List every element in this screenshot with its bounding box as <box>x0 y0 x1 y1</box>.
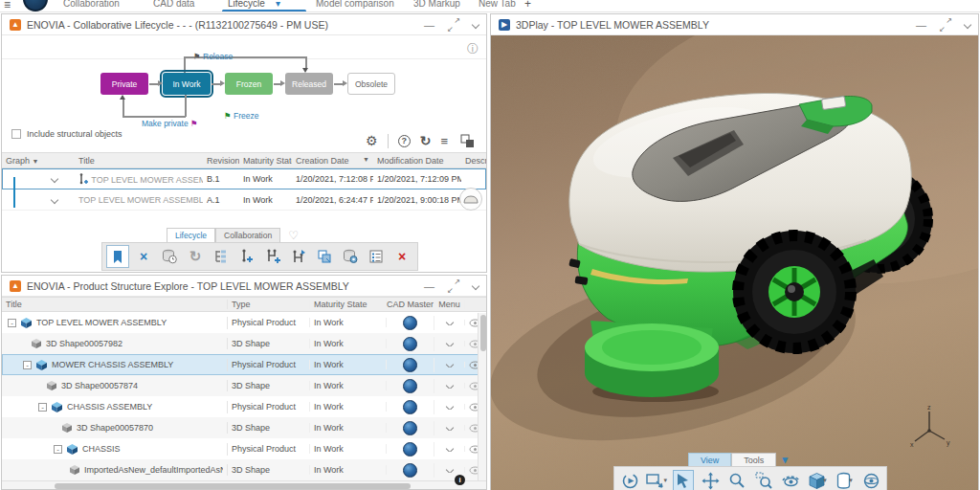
duplicate-icon[interactable] <box>313 245 336 268</box>
column-created[interactable]: Creation Date▼ <box>292 156 373 166</box>
expand-icon[interactable]: ↗↙ <box>940 19 951 31</box>
cad-master-globe-icon[interactable] <box>403 400 417 414</box>
row-expand-chevron-icon[interactable] <box>51 195 58 203</box>
structure-row[interactable]: - TOP LEVEL MOWER ASSEMBLY Physical Prod… <box>2 312 486 333</box>
copy-objects-icon[interactable] <box>457 131 477 150</box>
include-structural-checkbox[interactable] <box>11 129 21 139</box>
settings-gear-icon[interactable]: ⚙ <box>366 133 378 148</box>
viewer-tab-tools[interactable]: Tools <box>731 453 776 467</box>
collapse-expander[interactable]: - <box>38 403 47 412</box>
action-tab-lifecycle[interactable]: Lifecycle <box>167 228 215 242</box>
part-thumbnail[interactable] <box>459 188 482 211</box>
cad-master-globe-icon[interactable] <box>403 337 417 351</box>
checklist-icon[interactable] <box>365 245 388 268</box>
favorite-heart-icon[interactable]: ♡ <box>288 229 299 242</box>
zoom-area-icon[interactable] <box>753 470 774 490</box>
collapse-chevron-icon[interactable] <box>964 20 971 28</box>
tab-collaboration[interactable]: Collaboration <box>63 0 120 11</box>
app-logo[interactable] <box>23 0 48 11</box>
cad-master-globe-icon[interactable] <box>403 379 417 393</box>
collapse-expander[interactable]: - <box>8 319 16 327</box>
row-menu-chevron-icon[interactable] <box>445 320 453 325</box>
structure-row-selected[interactable]: - MOWER CHASSIS ASSEMBLY Physical Produc… <box>2 354 486 375</box>
cad-master-globe-icon[interactable] <box>403 316 417 330</box>
viewer-tab-view[interactable]: View <box>688 453 731 467</box>
make-private-transition-label[interactable]: Make private ⚑ <box>142 119 198 128</box>
minimize-icon[interactable]: — <box>916 20 926 30</box>
new-branch-icon[interactable] <box>261 245 284 268</box>
visibility-globe-icon[interactable] <box>860 470 881 490</box>
fly-mode-icon[interactable] <box>673 470 694 490</box>
delete-icon[interactable]: × <box>390 245 413 268</box>
freeze-transition-label[interactable]: ⚑ Freeze <box>224 111 258 121</box>
revision-row[interactable]: TOP LEVEL MOWER ASSEMBLY B.1 In Work 1/2… <box>2 168 486 189</box>
scrollbar-thumb[interactable] <box>55 483 411 489</box>
cad-master-globe-icon[interactable] <box>403 442 417 457</box>
vertical-scrollbar[interactable] <box>478 313 486 489</box>
column-type[interactable]: Type <box>228 300 310 309</box>
row-menu-chevron-icon[interactable] <box>445 362 453 368</box>
new-revision-icon[interactable] <box>235 245 258 268</box>
column-title[interactable]: Title <box>75 156 203 166</box>
revision-row[interactable]: TOP LEVEL MOWER ASSEMBLY A.1 In Work 1/2… <box>2 189 486 211</box>
minimize-icon[interactable]: — <box>424 281 434 291</box>
capture-icon[interactable]: ▾ <box>646 470 667 490</box>
row-menu-chevron-icon[interactable] <box>445 425 453 431</box>
state-in-work[interactable]: In Work <box>163 73 211 95</box>
collapse-chevron-icon[interactable] <box>472 281 479 289</box>
structure-row[interactable]: ImportedAsNew_defaultImportedAsNew_3D Sh… <box>2 459 486 480</box>
perspective-cylinder-icon[interactable]: ▾ <box>834 470 855 490</box>
hamburger-menu-icon[interactable]: ≡ <box>4 0 11 11</box>
structure-row[interactable]: - CHASSIS Physical Product In Work <box>2 438 486 459</box>
column-cad-master[interactable]: CAD Master <box>387 300 434 309</box>
tab-3d-markup[interactable]: 3D Markup <box>413 0 460 11</box>
expand-icon[interactable]: ↗↙ <box>448 280 459 292</box>
tab-model-comparison[interactable]: Model comparison <box>316 0 394 11</box>
column-revision[interactable]: Revision <box>203 156 239 166</box>
column-graph[interactable]: Graph ▼ <box>2 156 48 166</box>
tab-new-tab[interactable]: New Tab <box>479 0 516 11</box>
bookmark-icon[interactable] <box>106 245 129 268</box>
state-private[interactable]: Private <box>100 73 148 95</box>
state-released[interactable]: Released <box>285 73 333 95</box>
cad-master-globe-icon[interactable] <box>403 463 417 478</box>
list-options-icon[interactable]: ≡ <box>440 134 448 148</box>
tab-cad-data[interactable]: CAD data <box>153 0 194 11</box>
state-obsolete[interactable]: Obsolete <box>347 73 395 95</box>
row-menu-chevron-icon[interactable] <box>445 467 453 473</box>
3d-viewport[interactable]: z x y View Tools ▾ ▾ ▾ ▾ <box>491 35 978 490</box>
row-expand-chevron-icon[interactable] <box>51 174 58 182</box>
release-transition-label[interactable]: ⚑ Release <box>193 52 233 61</box>
database-settings-icon[interactable] <box>339 245 362 268</box>
toolbar-collapse-chevron-icon[interactable]: ▾ <box>782 454 788 466</box>
row-menu-chevron-icon[interactable] <box>445 404 453 410</box>
collapse-expander[interactable]: - <box>54 445 62 454</box>
cad-master-globe-icon[interactable] <box>403 358 417 372</box>
collapse-expander[interactable]: - <box>23 361 32 369</box>
pan-icon[interactable] <box>700 470 721 490</box>
structure-row[interactable]: 3D Shape00057870 3D Shape In Work <box>2 417 486 438</box>
state-frozen[interactable]: Frozen <box>225 73 273 95</box>
row-menu-chevron-icon[interactable] <box>445 341 453 346</box>
iso-view-cube-icon[interactable]: ▾ <box>807 470 828 490</box>
column-title[interactable]: Title <box>2 300 228 309</box>
row-menu-chevron-icon[interactable] <box>445 446 453 452</box>
notification-info-icon[interactable]: i <box>455 475 465 485</box>
zoom-icon[interactable] <box>726 470 747 490</box>
action-tab-collaboration[interactable]: Collaboration <box>215 228 280 242</box>
column-description[interactable]: Description <box>461 156 486 166</box>
structure-row[interactable]: 3D Shape00057982 3D Shape In Work <box>2 333 486 354</box>
close-task-icon[interactable]: × <box>132 245 155 268</box>
help-icon[interactable]: ? <box>398 135 411 147</box>
database-history-icon[interactable] <box>158 245 181 268</box>
scrollbar-thumb[interactable] <box>480 315 486 351</box>
sync-icon[interactable]: ↻ <box>184 245 207 268</box>
refresh-icon[interactable]: ↻ <box>420 133 432 148</box>
column-maturity[interactable]: Maturity State <box>239 156 292 166</box>
row-menu-chevron-icon[interactable] <box>445 383 453 389</box>
horizontal-scrollbar[interactable] <box>2 480 486 489</box>
structure-row[interactable]: 3D Shape00057874 3D Shape In Work <box>2 375 486 396</box>
column-modified[interactable]: Modification Date <box>373 156 461 166</box>
add-tab-button[interactable]: + <box>524 0 531 11</box>
cad-master-globe-icon[interactable] <box>403 421 417 435</box>
